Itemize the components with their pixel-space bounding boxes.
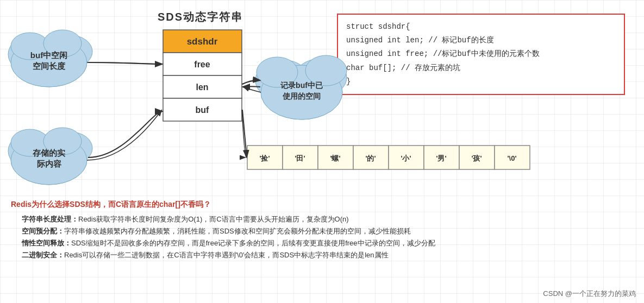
bottom-explanation: Redis为什么选择SDS结构，而C语言原生的char[]不香吗？ 字符串长度处…	[11, 198, 633, 261]
svg-point-2	[49, 35, 92, 68]
svg-rect-42	[424, 146, 459, 169]
svg-point-8	[11, 136, 87, 185]
svg-text:'捡': '捡'	[259, 154, 270, 162]
point-1-label: 字符串长度处理：	[22, 215, 78, 223]
svg-rect-28	[163, 75, 242, 98]
svg-text:'田': '田'	[295, 154, 305, 162]
struct-code-box: struct sdshdr{ unsigned int len; // 标记bu…	[337, 14, 625, 95]
svg-text:'男': '男'	[436, 154, 446, 162]
svg-text:际内容: 际内容	[37, 159, 62, 168]
footer-text: CSDN @一个正在努力的菜鸡	[543, 289, 636, 299]
svg-text:'孩': '孩'	[471, 154, 482, 162]
svg-point-0	[11, 38, 87, 87]
svg-text:free: free	[194, 60, 210, 69]
svg-text:len: len	[196, 83, 208, 92]
svg-text:空间长度: 空间长度	[33, 61, 66, 71]
point-1-text: Redis获取字符串长度时间复杂度为O(1)，而C语言中需要从头开始遍历，复杂度…	[78, 215, 349, 223]
svg-point-12	[11, 129, 49, 156]
page-title: SDS动态字符串	[158, 10, 243, 24]
svg-rect-38	[353, 146, 389, 169]
svg-text:buf中空闲: buf中空闲	[30, 50, 67, 60]
code-line-3: unsigned int free; //标记buf中未使用的元素个数	[346, 47, 616, 61]
point-2: 空间预分配：字符串修改越频繁内存分配越频繁，消耗性能，而SDS修改和空间扩充会额…	[22, 225, 633, 237]
svg-rect-30	[163, 98, 242, 121]
svg-point-20	[257, 57, 298, 87]
point-4-label: 二进制安全：	[22, 251, 64, 259]
svg-text:记录buf中已: 记录buf中已	[280, 81, 323, 90]
question-text: Redis为什么选择SDS结构，而C语言原生的char[]不香吗？	[11, 198, 633, 211]
point-3-label: 惰性空间释放：	[22, 239, 71, 247]
svg-text:使用的空间: 使用的空间	[282, 92, 321, 100]
svg-rect-44	[459, 146, 495, 169]
svg-rect-24	[163, 30, 242, 53]
svg-point-19	[261, 65, 342, 119]
svg-rect-26	[163, 53, 242, 75]
point-1: 字符串长度处理：Redis获取字符串长度时间复杂度为O(1)，而C语言中需要从头…	[22, 213, 633, 225]
point-2-label: 空间预分配：	[22, 227, 64, 235]
svg-point-3	[11, 38, 87, 87]
svg-point-13	[43, 128, 82, 155]
svg-text:'螺': '螺'	[330, 154, 340, 162]
svg-point-17	[255, 60, 310, 101]
svg-point-11	[11, 136, 87, 185]
svg-point-5	[43, 30, 82, 57]
svg-rect-46	[495, 146, 530, 169]
code-line-4: char buf[]; // 存放元素的坑	[346, 61, 616, 75]
code-line-5: }	[346, 75, 616, 89]
point-4: 二进制安全：Redis可以存储一些二进制数据，在C语言中字符串遇到'\0'会结束…	[22, 249, 633, 261]
point-3: 惰性空间释放：SDS缩短时不是回收多余的内存空间，而是free记录下多余的空间，…	[22, 237, 633, 249]
svg-rect-36	[318, 146, 353, 169]
svg-point-16	[261, 65, 342, 119]
svg-text:存储的实: 存储的实	[32, 148, 66, 157]
point-2-text: 字符串修改越频繁内存分配越频繁，消耗性能，而SDS修改和空间扩充会额外分配未使用…	[64, 227, 411, 235]
code-line-2: unsigned int len; // 标记buf的长度	[346, 34, 616, 47]
svg-point-4	[11, 33, 49, 60]
point-4-text: Redis可以存储一些二进制数据，在C语言中字符串遇到'\0'会结束，而SDS中…	[64, 251, 389, 259]
svg-text:sdshdr: sdshdr	[187, 36, 218, 47]
svg-rect-34	[283, 146, 318, 169]
svg-text:buf: buf	[196, 105, 210, 115]
code-line-1: struct sdshdr{	[346, 20, 616, 34]
svg-point-1	[8, 35, 57, 73]
svg-point-9	[8, 132, 57, 170]
svg-rect-32	[247, 146, 283, 169]
svg-text:'小': '小'	[401, 154, 411, 162]
point-3-text: SDS缩短时不是回收多余的内存空间，而是free记录下多余的空间，后续有变更直接…	[71, 239, 435, 247]
svg-point-10	[49, 132, 92, 165]
svg-rect-40	[389, 146, 424, 169]
svg-text:'\0': '\0'	[507, 154, 516, 162]
svg-text:'的': '的'	[365, 154, 376, 162]
